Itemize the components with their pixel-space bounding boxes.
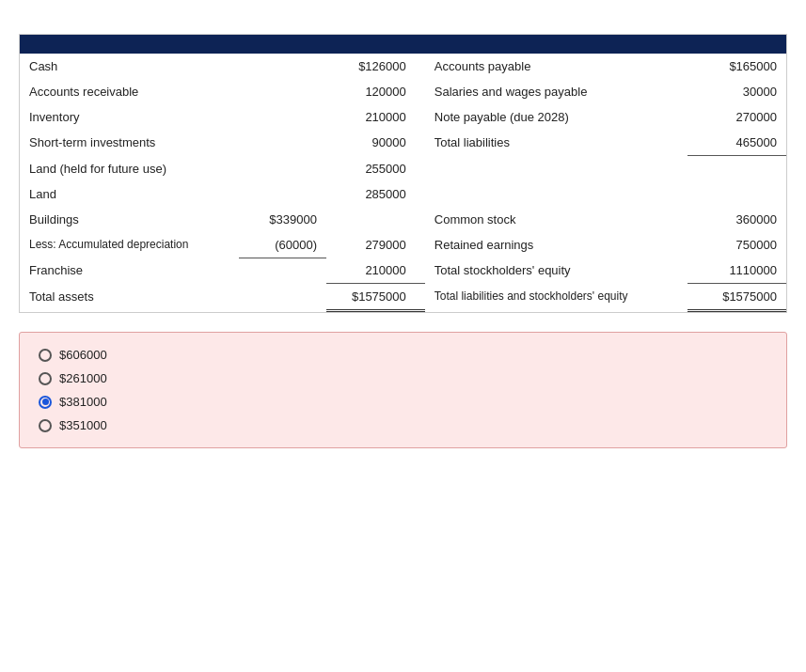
answer-label-1: $261000 xyxy=(59,371,107,385)
left-sub-val xyxy=(239,156,326,181)
left-label: Less: Accumulated depreciation xyxy=(20,232,239,258)
left-val xyxy=(326,207,425,232)
bs-body: Cash$126000Accounts payable$165000Accoun… xyxy=(20,54,786,312)
right-label: Total stockholders' equity xyxy=(425,258,687,284)
left-label: Land xyxy=(20,181,239,207)
answer-option-1[interactable]: $261000 xyxy=(39,371,767,385)
answer-label-2: $381000 xyxy=(59,395,107,409)
left-val: 210000 xyxy=(326,104,425,130)
right-label: Accounts payable xyxy=(425,54,687,79)
left-sub-val xyxy=(239,258,326,284)
left-label: Total assets xyxy=(20,284,239,311)
left-val: 279000 xyxy=(326,232,425,258)
right-val: $1575000 xyxy=(687,284,786,311)
radio-circle-2 xyxy=(39,396,52,409)
left-label: Franchise xyxy=(20,258,239,284)
right-label: Total liabilities xyxy=(425,130,687,156)
left-label: Short-term investments xyxy=(20,130,239,156)
left-sub-val xyxy=(239,284,326,311)
left-sub-val xyxy=(239,54,326,79)
answer-option-2[interactable]: $381000 xyxy=(39,395,767,409)
right-label: Salaries and wages payable xyxy=(425,79,687,104)
right-label: Note payable (due 2028) xyxy=(425,104,687,130)
left-label: Land (held for future use) xyxy=(20,156,239,181)
left-val: $1575000 xyxy=(326,284,425,311)
right-label: Total liabilities and stockholders' equi… xyxy=(425,284,687,311)
answer-box: $606000$261000$381000$351000 xyxy=(19,332,787,448)
left-label: Inventory xyxy=(20,104,239,130)
left-val: $126000 xyxy=(326,54,425,79)
left-label: Buildings xyxy=(20,207,239,232)
left-sub-val xyxy=(239,181,326,207)
answer-label-3: $351000 xyxy=(59,418,107,432)
answer-option-3[interactable]: $351000 xyxy=(39,418,767,432)
right-val: 750000 xyxy=(687,232,786,258)
left-sub-val: (60000) xyxy=(239,232,326,258)
left-sub-val xyxy=(239,79,326,104)
left-val: 90000 xyxy=(326,130,425,156)
right-val: 1110000 xyxy=(687,258,786,284)
radio-circle-1 xyxy=(39,372,52,385)
right-val xyxy=(687,181,786,207)
answer-option-0[interactable]: $606000 xyxy=(39,348,767,362)
bs-header xyxy=(20,35,786,54)
right-label xyxy=(425,181,687,207)
right-label: Common stock xyxy=(425,207,687,232)
left-sub-val xyxy=(239,130,326,156)
right-val: 30000 xyxy=(687,79,786,104)
left-label: Accounts receivable xyxy=(20,79,239,104)
left-val: 120000 xyxy=(326,79,425,104)
left-val: 210000 xyxy=(326,258,425,284)
bs-table: Cash$126000Accounts payable$165000Accoun… xyxy=(20,54,786,312)
left-val: 285000 xyxy=(326,181,425,207)
left-label: Cash xyxy=(20,54,239,79)
radio-circle-0 xyxy=(39,349,52,362)
answer-label-0: $606000 xyxy=(59,348,107,362)
right-val: $165000 xyxy=(687,54,786,79)
right-val: 465000 xyxy=(687,130,786,156)
left-sub-val: $339000 xyxy=(239,207,326,232)
balance-sheet: Cash$126000Accounts payable$165000Accoun… xyxy=(19,34,787,313)
right-label xyxy=(425,156,687,181)
right-label: Retained earnings xyxy=(425,232,687,258)
left-val: 255000 xyxy=(326,156,425,181)
radio-circle-3 xyxy=(39,419,52,432)
right-val: 270000 xyxy=(687,104,786,130)
left-sub-val xyxy=(239,104,326,130)
right-val xyxy=(687,156,786,181)
right-val: 360000 xyxy=(687,207,786,232)
